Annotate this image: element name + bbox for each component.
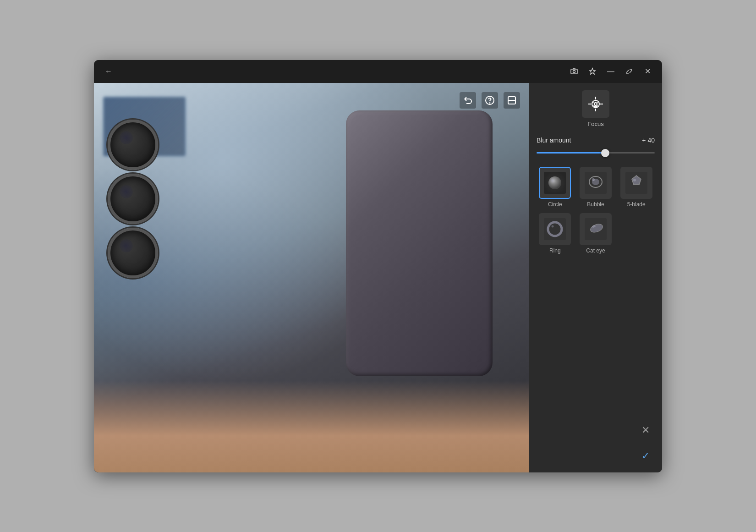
camera-module [108, 120, 158, 278]
titlebar-right: — ✕ [567, 64, 655, 79]
shapes-row-1: Circle Bubble [537, 167, 655, 208]
svg-rect-0 [571, 69, 577, 74]
svg-point-16 [551, 179, 554, 182]
cateye-label: Cat eye [586, 247, 605, 254]
svg-point-20 [592, 178, 595, 181]
shape-sblade-button[interactable] [620, 167, 652, 199]
circle-label: Circle [548, 201, 562, 208]
sidebar-actions: ✕ ✓ [537, 421, 655, 465]
photo-area [94, 83, 529, 472]
shape-bubble-button[interactable] [580, 167, 612, 199]
photo-background [94, 83, 529, 472]
maximize-button[interactable] [622, 64, 636, 79]
focus-tool-area: Focus [537, 90, 655, 127]
sidebar: Focus Blur amount + 40 [529, 83, 662, 472]
sblade-preview [625, 171, 648, 194]
titlebar: ← — ✕ [94, 60, 662, 83]
bubble-label: Bubble [587, 201, 604, 208]
blur-slider[interactable] [537, 148, 655, 158]
content-area: Focus Blur amount + 40 [94, 83, 662, 472]
shape-ring-button[interactable] [539, 213, 571, 245]
shape-circle-item[interactable]: Circle [537, 167, 574, 208]
lens-bottom [108, 228, 158, 278]
close-button[interactable]: ✕ [640, 64, 655, 79]
focus-icon-button[interactable] [582, 90, 609, 118]
shape-sblade-item[interactable]: 5-blade [618, 167, 655, 208]
ring-preview [543, 218, 566, 241]
cancel-button[interactable]: ✕ [636, 421, 655, 439]
photo-overlay-controls [460, 92, 520, 109]
focus-label: Focus [587, 121, 603, 127]
lens-top [108, 120, 158, 170]
confirm-button[interactable]: ✓ [636, 447, 655, 465]
shape-circle-button[interactable] [539, 167, 571, 199]
shape-empty-slot [618, 213, 655, 254]
circle-preview [543, 171, 566, 194]
help-button[interactable] [482, 92, 498, 109]
shape-cateye-item[interactable]: Cat eye [577, 213, 614, 254]
svg-point-6 [594, 103, 597, 105]
slider-thumb[interactable] [601, 149, 609, 157]
svg-point-12 [597, 102, 598, 103]
svg-point-1 [573, 70, 575, 72]
back-button[interactable]: ← [101, 64, 116, 79]
ring-label: Ring [549, 247, 561, 254]
bubble-preview [584, 171, 607, 194]
shapes-row-2: Ring Cat eye [537, 213, 655, 254]
svg-point-11 [593, 102, 594, 103]
svg-point-3 [490, 103, 490, 103]
lens-middle [108, 174, 158, 224]
sblade-label: 5-blade [627, 201, 646, 208]
svg-point-15 [548, 176, 561, 189]
svg-point-23 [633, 179, 636, 181]
blur-amount-label: Blur amount [537, 137, 571, 144]
hand-background [94, 381, 529, 472]
screenshot-button[interactable] [567, 64, 581, 79]
svg-point-26 [552, 225, 554, 227]
blur-header: Blur amount + 40 [537, 137, 655, 144]
cateye-preview [584, 218, 607, 241]
undo-button[interactable] [460, 92, 476, 109]
toggle-view-button[interactable] [504, 92, 520, 109]
shape-cateye-button[interactable] [580, 213, 612, 245]
slider-track [537, 152, 655, 154]
shape-bubble-item[interactable]: Bubble [577, 167, 614, 208]
blur-amount-value: + 40 [642, 137, 655, 144]
minimize-button[interactable]: — [603, 64, 618, 79]
blur-section: Blur amount + 40 [537, 137, 655, 158]
pin-button[interactable] [585, 64, 600, 79]
app-window: ← — ✕ [94, 60, 662, 472]
shape-ring-item[interactable]: Ring [537, 213, 574, 254]
phone-body [346, 110, 493, 376]
titlebar-left: ← [101, 64, 116, 79]
